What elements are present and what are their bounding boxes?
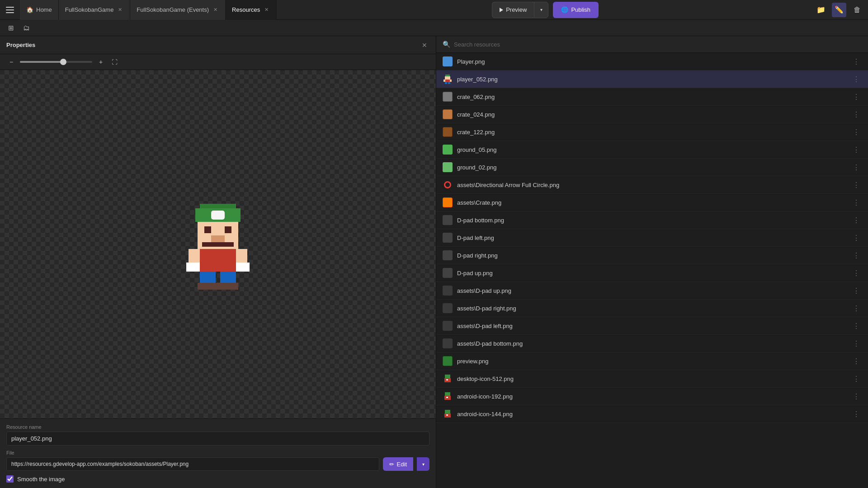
svg-rect-21 xyxy=(450,80,452,82)
topbar-center: Preview ▾ 🌐 Publish xyxy=(277,2,814,18)
resource-menu-button[interactable]: ⋮ xyxy=(851,144,862,155)
fit-button[interactable]: ⛶ xyxy=(109,57,119,67)
svg-rect-15 xyxy=(198,283,218,290)
resource-menu-button[interactable]: ⋮ xyxy=(851,56,862,67)
list-item[interactable]: Player.png ⋮ xyxy=(436,53,868,70)
list-item[interactable]: assets\Directional Arrow Full Circle.png… xyxy=(436,176,868,194)
tab-fullsokoban-events[interactable]: FullSokobanGame (Events) ✕ xyxy=(130,0,226,20)
menu-button[interactable] xyxy=(4,4,16,16)
list-item[interactable]: assets\D-pad bottom.png ⋮ xyxy=(436,335,868,352)
svg-rect-30 xyxy=(445,410,450,413)
list-item[interactable]: D-pad bottom.png ⋮ xyxy=(436,211,868,229)
tab-resources[interactable]: Resources ✕ xyxy=(226,0,277,20)
tab-fullsokoban-events-label: FullSokobanGame (Events) xyxy=(137,6,209,13)
list-item[interactable]: player_052.png ⋮ xyxy=(436,70,868,88)
svg-rect-20 xyxy=(443,80,445,82)
resource-menu-button[interactable]: ⋮ xyxy=(851,373,862,384)
resource-menu-button[interactable]: ⋮ xyxy=(851,179,862,190)
resource-menu-button[interactable]: ⋮ xyxy=(851,391,862,402)
edit-button[interactable]: ✏ Edit xyxy=(383,457,413,471)
resource-menu-button[interactable]: ⋮ xyxy=(851,408,862,419)
resource-name-input[interactable] xyxy=(6,432,429,446)
zoom-out-button[interactable]: − xyxy=(6,57,16,67)
publish-label: Publish xyxy=(571,6,590,13)
list-item[interactable]: D-pad up.png ⋮ xyxy=(436,264,868,282)
zoom-slider-thumb[interactable] xyxy=(60,59,66,65)
svg-rect-17 xyxy=(445,75,450,76)
resource-menu-button[interactable]: ⋮ xyxy=(851,91,862,102)
list-item[interactable]: android-icon-192.png ⋮ xyxy=(436,388,868,405)
resource-menu-button[interactable]: ⋮ xyxy=(851,74,862,84)
resource-icon xyxy=(443,268,453,278)
list-item[interactable]: crate_024.png ⋮ xyxy=(436,106,868,123)
preview-dropdown[interactable]: ▾ xyxy=(534,2,548,18)
resource-name: desktop-icon-512.png xyxy=(457,375,846,382)
resource-name-label: Resource name xyxy=(6,424,429,430)
list-item[interactable]: assets\D-pad left.png ⋮ xyxy=(436,317,868,335)
resource-icon xyxy=(443,374,453,384)
resource-menu-button[interactable]: ⋮ xyxy=(851,232,862,243)
list-item[interactable]: preview.png ⋮ xyxy=(436,352,868,370)
list-item[interactable]: crate_062.png ⋮ xyxy=(436,88,868,106)
zoom-slider[interactable] xyxy=(20,61,92,63)
svg-rect-12 xyxy=(236,263,250,272)
zoom-in-button[interactable]: + xyxy=(96,57,106,67)
preview-label: Preview xyxy=(506,6,527,13)
resource-menu-button[interactable]: ⋮ xyxy=(851,127,862,137)
resource-menu-button[interactable]: ⋮ xyxy=(851,338,862,349)
resource-name: assets\D-pad right.png xyxy=(457,305,846,312)
list-item[interactable]: D-pad right.png ⋮ xyxy=(436,247,868,264)
tab-fullsokoban-events-close[interactable]: ✕ xyxy=(212,6,219,14)
list-item[interactable]: crate_122.png ⋮ xyxy=(436,123,868,141)
list-item[interactable]: android-icon-144.png ⋮ xyxy=(436,405,868,423)
svg-rect-0 xyxy=(200,204,236,208)
search-icon: 🔍 xyxy=(443,41,450,48)
resource-menu-button[interactable]: ⋮ xyxy=(851,197,862,208)
smooth-row: Smooth the image xyxy=(6,475,429,483)
list-item[interactable]: assets\Crate.png ⋮ xyxy=(436,194,868,211)
list-item[interactable]: desktop-icon-512.png ⋮ xyxy=(436,370,868,388)
tab-home-label: Home xyxy=(36,6,52,13)
resource-icon xyxy=(443,286,453,296)
tab-fullsokoban[interactable]: FullSokobanGame ✕ xyxy=(59,0,131,20)
tab-resources-label: Resources xyxy=(232,6,260,13)
search-input[interactable] xyxy=(454,41,862,48)
list-item[interactable]: D-pad left.png ⋮ xyxy=(436,229,868,247)
resource-menu-button[interactable]: ⋮ xyxy=(851,250,862,261)
scenes-icon[interactable]: ⊞ xyxy=(5,22,17,34)
resource-icon xyxy=(443,56,453,66)
edit-dropdown[interactable]: ▾ xyxy=(417,457,429,471)
tab-fullsokoban-close[interactable]: ✕ xyxy=(116,6,123,14)
preview-button[interactable]: Preview xyxy=(492,2,534,18)
edit-icon[interactable]: ✏️ xyxy=(832,3,846,17)
resource-menu-button[interactable]: ⋮ xyxy=(851,162,862,173)
assets-icon[interactable]: 🗂 xyxy=(20,22,33,34)
resource-menu-button[interactable]: ⋮ xyxy=(851,320,862,331)
resource-menu-button[interactable]: ⋮ xyxy=(851,109,862,120)
list-item[interactable]: assets\D-pad up.png ⋮ xyxy=(436,282,868,300)
resource-menu-button[interactable]: ⋮ xyxy=(851,356,862,366)
trash-icon[interactable]: 🗑 xyxy=(850,3,864,17)
secondary-bar: ⊞ 🗂 xyxy=(0,20,868,36)
file-label: File xyxy=(6,450,429,455)
resource-name: ground_02.png xyxy=(457,164,846,171)
publish-button[interactable]: 🌐 Publish xyxy=(553,2,599,18)
resource-menu-button[interactable]: ⋮ xyxy=(851,215,862,225)
folder-icon[interactable]: 📁 xyxy=(814,3,828,17)
search-bar: 🔍 xyxy=(436,36,868,53)
svg-rect-27 xyxy=(445,392,450,396)
resource-menu-button[interactable]: ⋮ xyxy=(851,285,862,296)
smooth-checkbox[interactable] xyxy=(6,475,14,483)
resource-menu-button[interactable]: ⋮ xyxy=(851,303,862,314)
resource-name: Player.png xyxy=(457,58,846,65)
properties-close-button[interactable]: ✕ xyxy=(420,40,429,50)
tab-resources-close[interactable]: ✕ xyxy=(263,6,270,14)
svg-rect-24 xyxy=(445,375,450,378)
list-item[interactable]: ground_05.png ⋮ xyxy=(436,141,868,159)
file-input[interactable] xyxy=(6,457,379,471)
tab-home[interactable]: 🏠 Home xyxy=(20,0,59,20)
list-item[interactable]: ground_02.png ⋮ xyxy=(436,159,868,176)
resource-menu-button[interactable]: ⋮ xyxy=(851,267,862,278)
list-item[interactable]: assets\D-pad right.png ⋮ xyxy=(436,300,868,317)
smooth-label[interactable]: Smooth the image xyxy=(17,476,65,483)
